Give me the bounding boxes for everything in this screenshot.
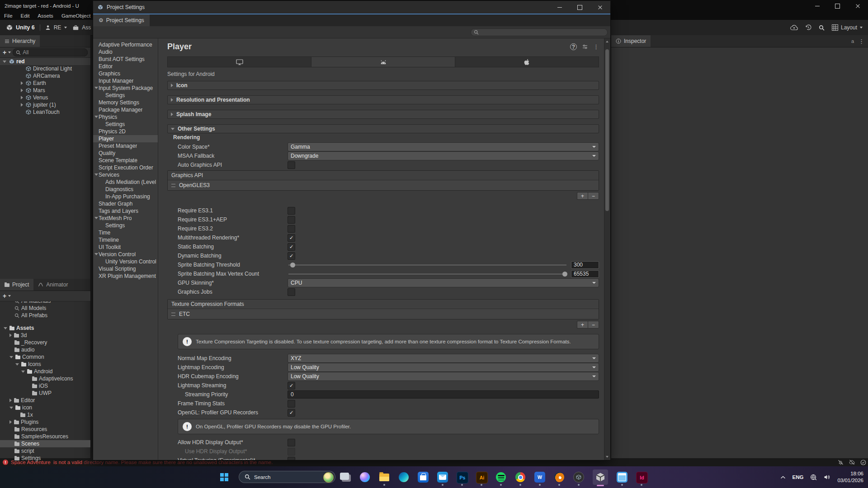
ps-category-ui-toolkit[interactable]: UI Toolkit — [93, 244, 158, 251]
scroll-down-icon[interactable] — [606, 456, 609, 458]
ps-category-scene-template[interactable]: Scene Template — [93, 157, 158, 164]
search-icon[interactable] — [819, 25, 825, 31]
sprite-batching-threshold-value-field[interactable]: 300 — [571, 261, 599, 269]
lightmap-encoding-dropdown[interactable]: Low Quality — [288, 363, 599, 372]
ps-category-package-manager[interactable]: Package Manager — [93, 106, 158, 113]
menu-assets[interactable]: Assets — [33, 13, 57, 19]
ps-category-preset-manager[interactable]: Preset Manager — [93, 142, 158, 150]
tab-animator[interactable]: Animator — [33, 279, 72, 291]
platform-tab-monitor[interactable] — [168, 57, 311, 67]
scroll-up-icon[interactable] — [606, 41, 609, 42]
taskbar-app-illustrator[interactable]: Ai — [476, 472, 487, 483]
tab-project[interactable]: Project — [0, 279, 33, 291]
project-tree-row[interactable]: Android — [0, 368, 90, 375]
static-batching-checkbox[interactable]: ✓ — [288, 243, 295, 251]
require-es3-2-checkbox[interactable] — [288, 225, 295, 233]
tab-inspector[interactable]: Inspector — [611, 35, 651, 47]
add-button[interactable]: + — [577, 192, 588, 200]
sprite-batching-max-vertex-count-value-field[interactable]: 65535 — [571, 270, 599, 278]
project-tree-row[interactable]: AdaptiveIcons — [0, 375, 90, 382]
taskbar-app-word[interactable]: W — [534, 472, 545, 483]
msaa-fallback-dropdown[interactable]: Downgrade — [288, 151, 599, 160]
project-tree-row[interactable]: All Models — [0, 305, 90, 312]
project-tree-row[interactable]: iOS — [0, 382, 90, 389]
cloud-upload-icon[interactable] — [790, 25, 798, 30]
frame-timing-stats-checkbox[interactable] — [288, 400, 295, 408]
close-button[interactable] — [590, 1, 610, 14]
opengl-profiler-gpu-recorders-checkbox[interactable]: ✓ — [288, 409, 295, 417]
taskbar-app-photoshop[interactable]: Ps — [457, 472, 467, 483]
kebab-icon[interactable]: ⋮ — [859, 38, 864, 45]
chevron-up-icon[interactable] — [780, 476, 786, 479]
hierarchy-scene-row[interactable]: red — [0, 58, 90, 65]
notifications-muted-icon[interactable] — [838, 460, 844, 465]
project-tree-row[interactable]: Plugins — [0, 418, 90, 426]
panel-options-icon[interactable]: a — [851, 38, 854, 44]
kebab-icon[interactable]: ⋮ — [593, 43, 599, 50]
ps-category-burst-aot-settings[interactable]: Burst AOT Settings — [93, 56, 158, 63]
sprite-batching-threshold-slider[interactable] — [288, 261, 567, 268]
taskbar-app-remote-window[interactable] — [617, 472, 627, 483]
ps-category-diagnostics[interactable]: Diagnostics — [93, 186, 158, 193]
scrollbar[interactable] — [604, 38, 610, 460]
project-tree-row[interactable]: Editor — [0, 397, 90, 404]
drag-handle-icon[interactable] — [171, 313, 175, 316]
taskbar-app-blender[interactable] — [554, 472, 565, 483]
ps-category-physics[interactable]: Physics — [93, 113, 158, 121]
ps-search-input[interactable] — [471, 28, 608, 36]
ps-category-settings[interactable]: Settings — [93, 121, 158, 128]
layout-dropdown[interactable]: Layout — [832, 24, 863, 31]
ps-category-unity-version-control[interactable]: Unity Version Control — [93, 258, 158, 265]
project-tree-row[interactable]: Settings — [0, 455, 90, 462]
maximize-button[interactable] — [570, 1, 590, 14]
remove-button[interactable]: − — [588, 321, 599, 328]
taskbar-app-copilot[interactable] — [359, 472, 370, 483]
ps-category-player[interactable]: Player — [93, 135, 158, 142]
volume-icon[interactable] — [824, 474, 830, 480]
project-tree-row[interactable]: SamplesResources — [0, 433, 90, 440]
ps-category-input-manager[interactable]: Input Manager — [93, 77, 158, 84]
progress-check-icon[interactable] — [860, 460, 866, 465]
section-resolution-and-presentation[interactable]: Resolution and Presentation — [167, 95, 599, 104]
texture-compression-item[interactable]: ETC — [168, 309, 599, 319]
hierarchy-search-input[interactable]: All — [13, 48, 88, 56]
clock[interactable]: 18:06 03/01/2026 — [837, 470, 863, 484]
taskbar-app-chrome[interactable] — [515, 472, 526, 483]
platform-tab-apple[interactable] — [455, 57, 599, 67]
asset-manager-label[interactable]: Ass — [82, 24, 91, 31]
ps-category-time[interactable]: Time — [93, 229, 158, 236]
ps-category-editor[interactable]: Editor — [93, 63, 158, 70]
project-tree-row[interactable]: icon — [0, 404, 90, 411]
hierarchy-item[interactable]: Earth — [0, 80, 90, 87]
graphics-jobs-checkbox[interactable] — [288, 288, 295, 296]
require-es3-1-checkbox[interactable] — [288, 207, 295, 215]
project-tree-row[interactable]: Resources — [0, 426, 90, 433]
taskbar-search[interactable]: Search — [239, 471, 335, 483]
ps-category-xr-plugin-management[interactable]: XR Plugin Management — [93, 272, 158, 280]
presets-icon[interactable] — [582, 44, 588, 49]
sprite-batching-max-vertex-count-slider[interactable] — [288, 270, 567, 277]
ps-category-ads-mediation-level[interactable]: Ads Mediation (Level — [93, 178, 158, 186]
section-splash-image[interactable]: Splash Image — [167, 110, 599, 119]
ps-category-audio[interactable]: Audio — [93, 48, 158, 56]
help-icon[interactable]: ? — [570, 43, 577, 50]
minimize-button[interactable] — [549, 1, 570, 14]
add-button[interactable]: + — [577, 321, 588, 328]
tab-project-settings[interactable]: ⚙ Project Settings — [93, 14, 150, 26]
hdr-cubemap-encoding-dropdown[interactable]: Low Quality — [288, 372, 599, 381]
ps-category-services[interactable]: Services — [93, 171, 158, 178]
project-tree-row[interactable]: Icons — [0, 361, 90, 368]
taskbar-app-file-explorer[interactable] — [379, 472, 390, 483]
drag-handle-icon[interactable] — [171, 184, 175, 187]
close-button[interactable] — [848, 0, 868, 12]
remove-button[interactable]: − — [588, 192, 599, 200]
network-icon[interactable] — [810, 474, 817, 480]
ps-category-shader-graph[interactable]: Shader Graph — [93, 200, 158, 207]
ps-category-memory-settings[interactable]: Memory Settings — [93, 99, 158, 106]
taskbar-app-unity-hub[interactable] — [573, 472, 584, 483]
hierarchy-item[interactable]: jupiter (1) — [0, 101, 90, 108]
account-label[interactable]: RE — [54, 24, 61, 31]
hierarchy-item[interactable]: LeanTouch — [0, 108, 90, 116]
project-tree-row[interactable]: 1x — [0, 411, 90, 418]
ps-category-physics-2d[interactable]: Physics 2D — [93, 128, 158, 135]
